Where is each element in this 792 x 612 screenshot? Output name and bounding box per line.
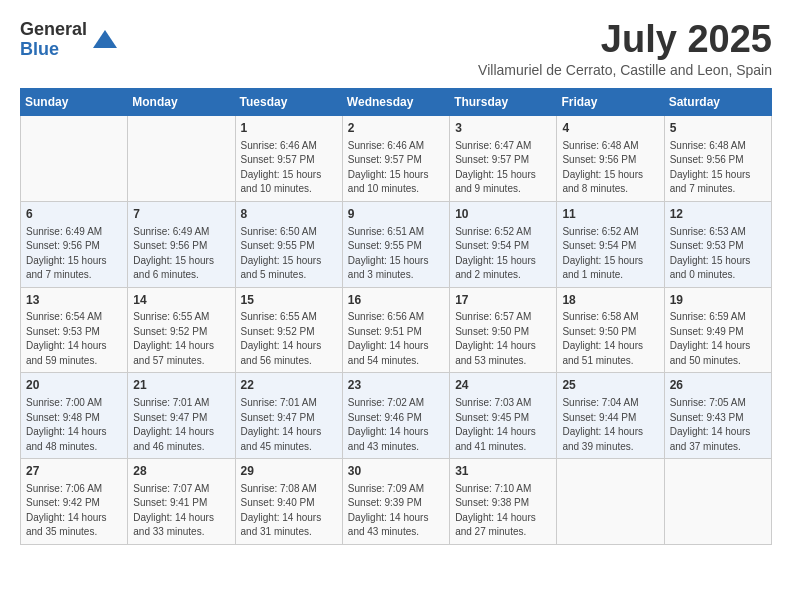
week-row-4: 20Sunrise: 7:00 AMSunset: 9:48 PMDayligh… xyxy=(21,373,772,459)
day-number: 7 xyxy=(133,206,229,223)
calendar-body: 1Sunrise: 6:46 AMSunset: 9:57 PMDaylight… xyxy=(21,116,772,545)
logo-blue: Blue xyxy=(20,40,87,60)
day-info: Sunrise: 7:01 AMSunset: 9:47 PMDaylight:… xyxy=(241,396,337,454)
calendar-cell-w3-d0: 13Sunrise: 6:54 AMSunset: 9:53 PMDayligh… xyxy=(21,287,128,373)
day-number: 3 xyxy=(455,120,551,137)
header-tuesday: Tuesday xyxy=(235,89,342,116)
calendar-cell-w1-d4: 3Sunrise: 6:47 AMSunset: 9:57 PMDaylight… xyxy=(450,116,557,202)
calendar-cell-w3-d4: 17Sunrise: 6:57 AMSunset: 9:50 PMDayligh… xyxy=(450,287,557,373)
week-row-3: 13Sunrise: 6:54 AMSunset: 9:53 PMDayligh… xyxy=(21,287,772,373)
day-number: 5 xyxy=(670,120,766,137)
day-info: Sunrise: 6:55 AMSunset: 9:52 PMDaylight:… xyxy=(133,310,229,368)
calendar-cell-w2-d1: 7Sunrise: 6:49 AMSunset: 9:56 PMDaylight… xyxy=(128,201,235,287)
day-number: 23 xyxy=(348,377,444,394)
calendar-header: Sunday Monday Tuesday Wednesday Thursday… xyxy=(21,89,772,116)
calendar-cell-w4-d4: 24Sunrise: 7:03 AMSunset: 9:45 PMDayligh… xyxy=(450,373,557,459)
calendar-cell-w1-d5: 4Sunrise: 6:48 AMSunset: 9:56 PMDaylight… xyxy=(557,116,664,202)
day-info: Sunrise: 6:54 AMSunset: 9:53 PMDaylight:… xyxy=(26,310,122,368)
day-info: Sunrise: 6:49 AMSunset: 9:56 PMDaylight:… xyxy=(133,225,229,283)
logo-icon xyxy=(91,26,119,54)
day-info: Sunrise: 7:05 AMSunset: 9:43 PMDaylight:… xyxy=(670,396,766,454)
calendar-cell-w2-d3: 9Sunrise: 6:51 AMSunset: 9:55 PMDaylight… xyxy=(342,201,449,287)
day-info: Sunrise: 6:50 AMSunset: 9:55 PMDaylight:… xyxy=(241,225,337,283)
day-number: 21 xyxy=(133,377,229,394)
calendar-cell-w4-d6: 26Sunrise: 7:05 AMSunset: 9:43 PMDayligh… xyxy=(664,373,771,459)
calendar-cell-w1-d2: 1Sunrise: 6:46 AMSunset: 9:57 PMDaylight… xyxy=(235,116,342,202)
day-info: Sunrise: 7:00 AMSunset: 9:48 PMDaylight:… xyxy=(26,396,122,454)
page-header: General Blue July 2025 Villamuriel de Ce… xyxy=(20,20,772,78)
day-number: 24 xyxy=(455,377,551,394)
day-number: 14 xyxy=(133,292,229,309)
day-info: Sunrise: 7:04 AMSunset: 9:44 PMDaylight:… xyxy=(562,396,658,454)
calendar-cell-w1-d1 xyxy=(128,116,235,202)
calendar-cell-w3-d6: 19Sunrise: 6:59 AMSunset: 9:49 PMDayligh… xyxy=(664,287,771,373)
header-wednesday: Wednesday xyxy=(342,89,449,116)
day-number: 29 xyxy=(241,463,337,480)
day-number: 20 xyxy=(26,377,122,394)
logo: General Blue xyxy=(20,20,119,60)
calendar-cell-w2-d0: 6Sunrise: 6:49 AMSunset: 9:56 PMDaylight… xyxy=(21,201,128,287)
day-info: Sunrise: 6:51 AMSunset: 9:55 PMDaylight:… xyxy=(348,225,444,283)
day-info: Sunrise: 6:46 AMSunset: 9:57 PMDaylight:… xyxy=(241,139,337,197)
header-sunday: Sunday xyxy=(21,89,128,116)
header-row: Sunday Monday Tuesday Wednesday Thursday… xyxy=(21,89,772,116)
calendar-cell-w5-d6 xyxy=(664,459,771,545)
day-info: Sunrise: 7:06 AMSunset: 9:42 PMDaylight:… xyxy=(26,482,122,540)
day-info: Sunrise: 6:59 AMSunset: 9:49 PMDaylight:… xyxy=(670,310,766,368)
day-info: Sunrise: 7:08 AMSunset: 9:40 PMDaylight:… xyxy=(241,482,337,540)
calendar-cell-w2-d2: 8Sunrise: 6:50 AMSunset: 9:55 PMDaylight… xyxy=(235,201,342,287)
day-info: Sunrise: 6:49 AMSunset: 9:56 PMDaylight:… xyxy=(26,225,122,283)
calendar-cell-w5-d0: 27Sunrise: 7:06 AMSunset: 9:42 PMDayligh… xyxy=(21,459,128,545)
header-friday: Friday xyxy=(557,89,664,116)
day-number: 11 xyxy=(562,206,658,223)
week-row-5: 27Sunrise: 7:06 AMSunset: 9:42 PMDayligh… xyxy=(21,459,772,545)
calendar-cell-w4-d0: 20Sunrise: 7:00 AMSunset: 9:48 PMDayligh… xyxy=(21,373,128,459)
day-info: Sunrise: 7:03 AMSunset: 9:45 PMDaylight:… xyxy=(455,396,551,454)
day-info: Sunrise: 6:57 AMSunset: 9:50 PMDaylight:… xyxy=(455,310,551,368)
day-info: Sunrise: 6:58 AMSunset: 9:50 PMDaylight:… xyxy=(562,310,658,368)
calendar-cell-w5-d1: 28Sunrise: 7:07 AMSunset: 9:41 PMDayligh… xyxy=(128,459,235,545)
day-info: Sunrise: 6:52 AMSunset: 9:54 PMDaylight:… xyxy=(455,225,551,283)
header-saturday: Saturday xyxy=(664,89,771,116)
day-info: Sunrise: 7:02 AMSunset: 9:46 PMDaylight:… xyxy=(348,396,444,454)
day-number: 10 xyxy=(455,206,551,223)
day-info: Sunrise: 7:01 AMSunset: 9:47 PMDaylight:… xyxy=(133,396,229,454)
calendar-cell-w3-d3: 16Sunrise: 6:56 AMSunset: 9:51 PMDayligh… xyxy=(342,287,449,373)
calendar-cell-w1-d6: 5Sunrise: 6:48 AMSunset: 9:56 PMDaylight… xyxy=(664,116,771,202)
calendar-cell-w4-d5: 25Sunrise: 7:04 AMSunset: 9:44 PMDayligh… xyxy=(557,373,664,459)
logo-general: General xyxy=(20,20,87,40)
day-number: 22 xyxy=(241,377,337,394)
day-info: Sunrise: 6:55 AMSunset: 9:52 PMDaylight:… xyxy=(241,310,337,368)
calendar-cell-w3-d5: 18Sunrise: 6:58 AMSunset: 9:50 PMDayligh… xyxy=(557,287,664,373)
day-number: 27 xyxy=(26,463,122,480)
day-number: 1 xyxy=(241,120,337,137)
calendar-cell-w4-d3: 23Sunrise: 7:02 AMSunset: 9:46 PMDayligh… xyxy=(342,373,449,459)
day-number: 13 xyxy=(26,292,122,309)
day-info: Sunrise: 6:56 AMSunset: 9:51 PMDaylight:… xyxy=(348,310,444,368)
calendar-cell-w2-d6: 12Sunrise: 6:53 AMSunset: 9:53 PMDayligh… xyxy=(664,201,771,287)
calendar-cell-w3-d2: 15Sunrise: 6:55 AMSunset: 9:52 PMDayligh… xyxy=(235,287,342,373)
day-number: 4 xyxy=(562,120,658,137)
calendar-cell-w5-d4: 31Sunrise: 7:10 AMSunset: 9:38 PMDayligh… xyxy=(450,459,557,545)
calendar-cell-w5-d3: 30Sunrise: 7:09 AMSunset: 9:39 PMDayligh… xyxy=(342,459,449,545)
day-number: 18 xyxy=(562,292,658,309)
day-number: 31 xyxy=(455,463,551,480)
calendar-cell-w2-d5: 11Sunrise: 6:52 AMSunset: 9:54 PMDayligh… xyxy=(557,201,664,287)
calendar-cell-w5-d2: 29Sunrise: 7:08 AMSunset: 9:40 PMDayligh… xyxy=(235,459,342,545)
day-number: 9 xyxy=(348,206,444,223)
day-info: Sunrise: 6:47 AMSunset: 9:57 PMDaylight:… xyxy=(455,139,551,197)
calendar-cell-w4-d1: 21Sunrise: 7:01 AMSunset: 9:47 PMDayligh… xyxy=(128,373,235,459)
day-info: Sunrise: 7:09 AMSunset: 9:39 PMDaylight:… xyxy=(348,482,444,540)
day-number: 17 xyxy=(455,292,551,309)
day-number: 30 xyxy=(348,463,444,480)
calendar-cell-w1-d3: 2Sunrise: 6:46 AMSunset: 9:57 PMDaylight… xyxy=(342,116,449,202)
location-subtitle: Villamuriel de Cerrato, Castille and Leo… xyxy=(478,62,772,78)
day-info: Sunrise: 6:53 AMSunset: 9:53 PMDaylight:… xyxy=(670,225,766,283)
week-row-1: 1Sunrise: 6:46 AMSunset: 9:57 PMDaylight… xyxy=(21,116,772,202)
day-number: 15 xyxy=(241,292,337,309)
day-info: Sunrise: 6:48 AMSunset: 9:56 PMDaylight:… xyxy=(670,139,766,197)
day-info: Sunrise: 6:46 AMSunset: 9:57 PMDaylight:… xyxy=(348,139,444,197)
day-number: 2 xyxy=(348,120,444,137)
calendar-cell-w4-d2: 22Sunrise: 7:01 AMSunset: 9:47 PMDayligh… xyxy=(235,373,342,459)
calendar-cell-w2-d4: 10Sunrise: 6:52 AMSunset: 9:54 PMDayligh… xyxy=(450,201,557,287)
